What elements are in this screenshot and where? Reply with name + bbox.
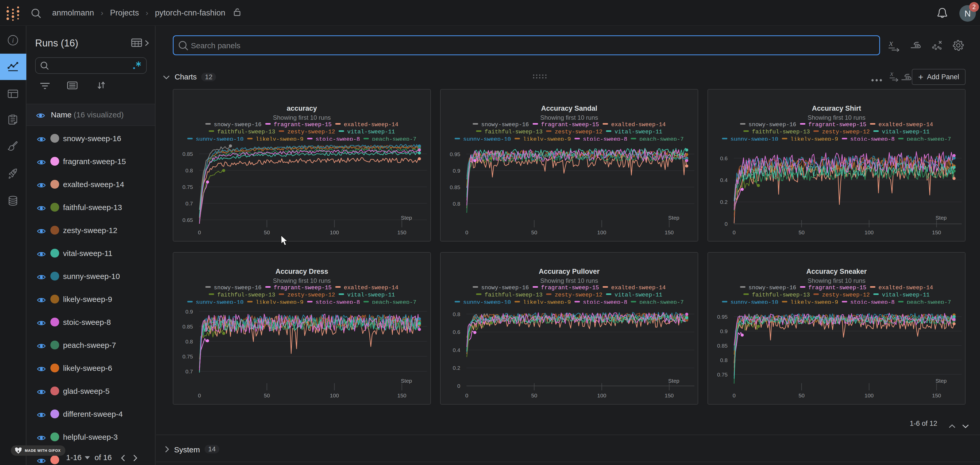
svg-text:0.2: 0.2 [720, 199, 728, 205]
svg-text:0: 0 [733, 229, 736, 235]
svg-text:0.8: 0.8 [453, 311, 460, 317]
svg-text:0.75: 0.75 [717, 371, 728, 378]
svg-text:50: 50 [531, 392, 537, 398]
svg-text:0.75: 0.75 [182, 184, 193, 190]
svg-text:100: 100 [330, 392, 339, 398]
svg-text:0.8: 0.8 [453, 201, 460, 207]
svg-text:0.4: 0.4 [720, 177, 728, 183]
svg-text:Step: Step [401, 215, 412, 221]
svg-text:50: 50 [264, 392, 270, 398]
svg-text:150: 150 [932, 392, 941, 398]
svg-text:0.85: 0.85 [182, 324, 193, 330]
svg-text:0.2: 0.2 [453, 365, 460, 371]
svg-text:0: 0 [198, 229, 201, 235]
svg-text:0.9: 0.9 [185, 309, 193, 314]
svg-text:0.85: 0.85 [450, 184, 460, 190]
svg-text:50: 50 [799, 392, 805, 398]
svg-text:150: 150 [932, 229, 941, 235]
svg-text:150: 150 [397, 229, 406, 235]
svg-text:0.9: 0.9 [720, 328, 728, 334]
svg-text:0.4: 0.4 [453, 347, 461, 353]
svg-text:0.7: 0.7 [185, 368, 193, 375]
svg-text:100: 100 [330, 229, 339, 235]
svg-text:0.7: 0.7 [185, 200, 193, 206]
svg-text:0: 0 [198, 392, 201, 398]
svg-text:Step: Step [668, 215, 679, 221]
svg-text:0.6: 0.6 [453, 329, 460, 335]
svg-text:Step: Step [668, 378, 679, 384]
svg-text:0.75: 0.75 [182, 354, 193, 359]
svg-text:0.85: 0.85 [182, 151, 193, 157]
svg-text:0.95: 0.95 [450, 151, 460, 157]
svg-text:i: i [12, 37, 14, 44]
svg-text:x: x [890, 71, 894, 78]
svg-text:50: 50 [264, 229, 270, 235]
svg-text:0.6: 0.6 [720, 156, 728, 161]
svg-text:Step: Step [935, 215, 947, 221]
svg-text:0.85: 0.85 [717, 343, 728, 349]
svg-text:0: 0 [465, 229, 468, 235]
svg-text:x: x [889, 39, 893, 48]
svg-text:50: 50 [799, 229, 805, 235]
svg-text:0.8: 0.8 [720, 357, 728, 363]
svg-text:Step: Step [401, 378, 412, 384]
svg-text:0: 0 [725, 221, 728, 227]
svg-text:Step: Step [935, 378, 947, 384]
svg-text:0.65: 0.65 [182, 217, 193, 223]
svg-text:100: 100 [597, 229, 606, 235]
svg-text:0.9: 0.9 [453, 168, 460, 174]
svg-text:0: 0 [457, 383, 460, 389]
svg-text:0: 0 [733, 392, 736, 398]
svg-text:150: 150 [665, 229, 674, 235]
svg-text:0.8: 0.8 [185, 338, 193, 344]
svg-text:150: 150 [397, 392, 406, 398]
svg-text:0.8: 0.8 [185, 167, 193, 173]
svg-text:100: 100 [597, 392, 606, 398]
svg-text:0.95: 0.95 [717, 314, 728, 320]
svg-text:50: 50 [531, 229, 537, 235]
svg-text:100: 100 [865, 229, 873, 235]
svg-text:0: 0 [465, 392, 468, 398]
svg-text:150: 150 [665, 392, 674, 398]
svg-text:100: 100 [865, 392, 873, 398]
